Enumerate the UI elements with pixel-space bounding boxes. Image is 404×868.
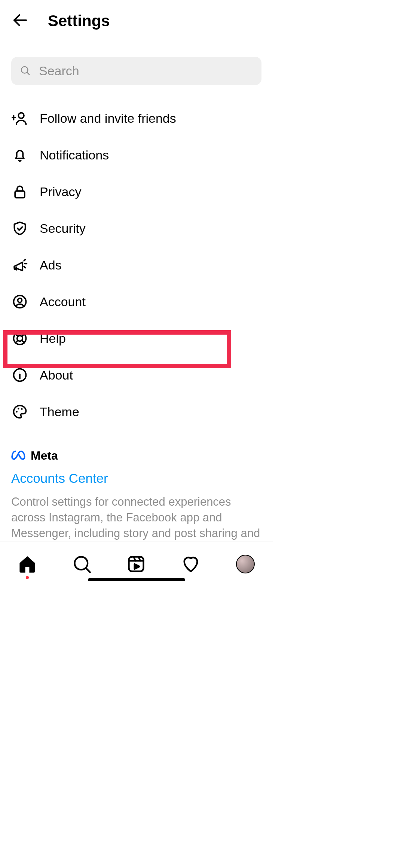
settings-item-label: Help — [40, 331, 66, 346]
notification-dot-icon — [26, 576, 29, 579]
search-icon — [19, 65, 31, 77]
settings-item-follow[interactable]: Follow and invite friends — [0, 100, 273, 137]
settings-item-label: About — [40, 368, 73, 383]
settings-item-label: Notifications — [40, 148, 109, 162]
svg-point-23 — [21, 408, 22, 409]
meta-brand: Meta — [11, 449, 261, 463]
svg-marker-30 — [135, 564, 140, 569]
settings-item-label: Account — [40, 295, 86, 309]
meta-logo-icon — [11, 450, 27, 462]
svg-line-2 — [27, 72, 29, 74]
nav-home[interactable] — [17, 554, 38, 575]
settings-item-label: Privacy — [40, 185, 81, 199]
svg-point-22 — [18, 408, 19, 409]
home-indicator — [88, 578, 185, 581]
settings-item-label: Ads — [40, 258, 62, 272]
settings-item-account[interactable]: Account — [0, 283, 273, 320]
info-icon — [11, 366, 28, 384]
settings-item-label: Theme — [40, 405, 79, 419]
svg-line-17 — [15, 341, 18, 343]
svg-point-20 — [19, 372, 20, 372]
back-button[interactable] — [11, 11, 29, 31]
page-title: Settings — [48, 12, 110, 30]
nav-reels[interactable] — [126, 554, 147, 575]
nav-profile[interactable] — [235, 554, 256, 575]
settings-item-label: Security — [40, 221, 86, 236]
meta-brand-label: Meta — [31, 449, 58, 463]
nav-search[interactable] — [71, 554, 92, 575]
search-input[interactable] — [39, 64, 253, 78]
svg-point-21 — [16, 411, 18, 412]
bell-icon — [11, 146, 28, 164]
svg-line-25 — [86, 568, 90, 572]
svg-line-9 — [24, 267, 25, 268]
settings-item-ads[interactable]: Ads — [0, 247, 273, 283]
settings-item-label: Follow and invite friends — [40, 111, 176, 126]
svg-point-3 — [18, 113, 24, 118]
account-circle-icon — [11, 293, 28, 310]
svg-line-7 — [24, 259, 25, 261]
shield-check-icon — [11, 220, 28, 237]
lifebuoy-icon — [11, 330, 28, 347]
nav-activity[interactable] — [180, 554, 201, 575]
settings-item-security[interactable]: Security — [0, 210, 273, 247]
accounts-center-link[interactable]: Accounts Center — [11, 471, 261, 486]
palette-icon — [11, 403, 28, 420]
settings-item-privacy[interactable]: Privacy — [0, 173, 273, 210]
svg-line-16 — [22, 341, 24, 343]
svg-rect-6 — [15, 191, 25, 198]
add-person-icon — [11, 110, 28, 127]
lock-icon — [11, 183, 28, 200]
settings-item-theme[interactable]: Theme — [0, 393, 273, 430]
svg-line-15 — [22, 334, 24, 336]
settings-item-notifications[interactable]: Notifications — [0, 137, 273, 173]
svg-line-14 — [15, 334, 18, 336]
avatar-icon — [236, 555, 255, 573]
settings-item-help[interactable]: Help — [0, 320, 273, 357]
megaphone-icon — [11, 256, 28, 274]
svg-point-11 — [18, 298, 22, 302]
settings-item-about[interactable]: About — [0, 357, 273, 393]
search-field[interactable] — [11, 57, 261, 85]
